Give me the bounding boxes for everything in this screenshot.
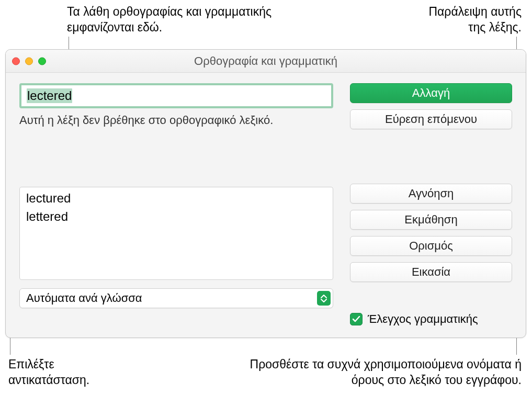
change-button[interactable]: Αλλαγή xyxy=(350,83,512,103)
suggestions-list[interactable]: lectured lettered xyxy=(19,187,333,280)
annotation-add-to-dictionary: Προσθέστε τα συχνά χρησιμοποιούμενα ονόμ… xyxy=(229,357,522,388)
misspelled-word-field[interactable]: lectered xyxy=(19,83,333,108)
ignore-button[interactable]: Αγνόηση xyxy=(350,184,512,204)
close-icon[interactable] xyxy=(12,57,20,65)
not-found-hint: Αυτή η λέξη δεν βρέθηκε στο ορθογραφικό … xyxy=(19,114,333,127)
window-controls xyxy=(12,57,46,65)
guess-button[interactable]: Εικασία xyxy=(350,262,512,282)
zoom-icon[interactable] xyxy=(38,57,46,65)
minimize-icon[interactable] xyxy=(25,57,33,65)
grammar-check-row[interactable]: Έλεγχος γραμματικής xyxy=(350,312,512,326)
annotation-select-replacement: Επιλέξτε αντικατάσταση. xyxy=(8,357,123,388)
window-title: Ορθογραφία και γραμματική xyxy=(194,54,337,68)
chevron-up-down-icon xyxy=(317,291,331,306)
learn-button[interactable]: Εκμάθηση xyxy=(350,210,512,230)
misspelled-word-text: lectered xyxy=(27,88,72,103)
language-select[interactable]: Αυτόματα ανά γλώσσα xyxy=(19,288,333,308)
titlebar: Ορθογραφία και γραμματική xyxy=(6,50,526,73)
language-select-value: Αυτόματα ανά γλώσσα xyxy=(26,291,142,305)
checkbox-checked-icon[interactable] xyxy=(350,313,363,325)
spelling-grammar-window: Ορθογραφία και γραμματική lectered Αυτή … xyxy=(5,49,526,338)
find-next-button[interactable]: Εύρεση επόμενου xyxy=(350,109,512,129)
list-item[interactable]: lectured xyxy=(20,189,333,208)
list-item[interactable]: lettered xyxy=(20,208,333,226)
annotation-errors-here: Τα λάθη ορθογραφίας και γραμματικής εμφα… xyxy=(67,4,287,36)
annotation-skip-word: Παράλειψη αυτής της λέξης. xyxy=(417,4,522,36)
grammar-check-label: Έλεγχος γραμματικής xyxy=(368,312,478,326)
define-button[interactable]: Ορισμός xyxy=(350,236,512,256)
